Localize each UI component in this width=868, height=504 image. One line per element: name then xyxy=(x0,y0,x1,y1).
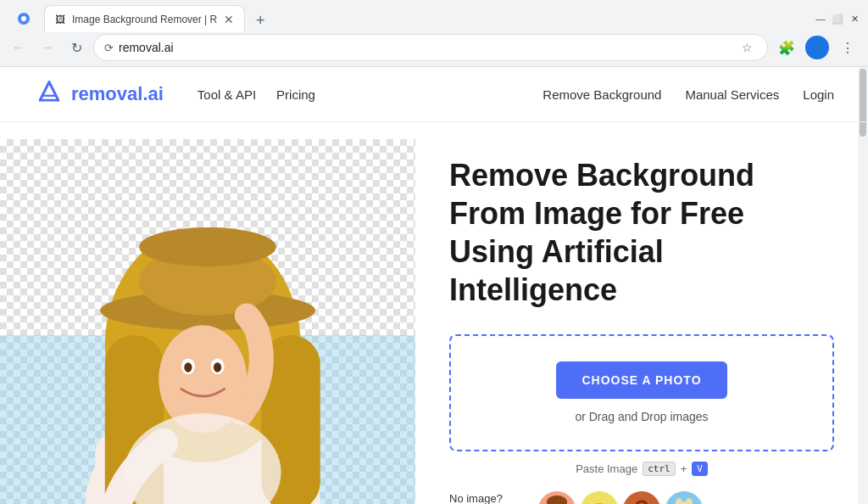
nav-link-pricing[interactable]: Pricing xyxy=(276,87,315,102)
minimize-button[interactable]: — xyxy=(814,12,827,25)
logo-icon xyxy=(34,79,64,109)
upload-dropzone[interactable]: CHOOSE A PHOTO or Drag and Drop images xyxy=(449,334,834,451)
close-window-button[interactable]: ✕ xyxy=(848,12,861,25)
nav-login-button[interactable]: Login xyxy=(803,87,834,102)
sample-images-row: No image? Try one of these xyxy=(449,491,834,504)
profile-icon: 👤 xyxy=(810,41,825,54)
drag-drop-text: or Drag and Drop images xyxy=(575,410,708,423)
browser-window: 🖼 Image Background Remover | R ✕ + — ⬜ ✕ xyxy=(0,0,868,504)
svg-rect-23 xyxy=(581,491,618,504)
forward-button[interactable]: → xyxy=(36,36,59,59)
back-button[interactable]: ← xyxy=(7,36,31,59)
extensions-button[interactable]: 🧩 xyxy=(773,34,800,61)
svg-point-1 xyxy=(21,16,26,21)
no-image-label: No image? xyxy=(449,491,528,504)
nav-link-tool-api[interactable]: Tool & API xyxy=(198,87,256,102)
tab-favicon: 🖼 xyxy=(55,14,65,25)
hero-content: Remove Background From Image for Free Us… xyxy=(415,139,834,504)
sample-thumb-hat[interactable] xyxy=(581,491,618,504)
active-tab[interactable]: 🖼 Image Background Remover | R ✕ xyxy=(44,5,245,32)
menu-icon: ⋮ xyxy=(841,40,854,56)
new-tab-button[interactable]: + xyxy=(248,8,272,32)
site-navigation: removal.ai Tool & API Pricing Remove Bac… xyxy=(0,67,868,122)
window-action-buttons: — ⬜ ✕ xyxy=(814,12,861,25)
profile-button[interactable]: 👤 xyxy=(805,36,829,59)
security-icon: ⟳ xyxy=(104,42,114,54)
paste-label: Paste Image xyxy=(576,462,637,475)
logo-text: removal.ai xyxy=(71,83,164,105)
svg-point-17 xyxy=(214,362,221,372)
ctrl-key: ctrl xyxy=(643,462,676,476)
paste-row: Paste Image ctrl + V xyxy=(449,462,834,476)
svg-point-12 xyxy=(139,227,276,266)
tab-close-button[interactable]: ✕ xyxy=(224,13,234,26)
sample-thumb-person[interactable] xyxy=(538,491,576,504)
sample-thumbnails xyxy=(538,491,703,504)
sample-thumb-animal[interactable] xyxy=(665,491,703,504)
plus-icon: + xyxy=(681,462,687,475)
svg-point-16 xyxy=(184,362,192,372)
menu-button[interactable]: ⋮ xyxy=(834,34,861,61)
v-key: V xyxy=(692,462,708,476)
logo[interactable]: removal.ai xyxy=(34,79,164,109)
nav-left-links: Tool & API Pricing xyxy=(198,87,315,102)
reload-button[interactable]: ↻ xyxy=(64,36,88,59)
tab-title: Image Background Remover | R xyxy=(72,14,217,25)
bookmark-star-icon[interactable]: ☆ xyxy=(737,37,757,58)
person-figure xyxy=(0,139,415,504)
maximize-button[interactable]: ⬜ xyxy=(831,12,844,25)
scrollbar-track[interactable] xyxy=(858,67,868,504)
website-content: removal.ai Tool & API Pricing Remove Bac… xyxy=(0,67,868,504)
hero-title: Remove Background From Image for Free Us… xyxy=(449,156,834,309)
nav-link-remove-bg[interactable]: Remove Background xyxy=(542,87,661,102)
nav-right-links: Remove Background Manual Services Login xyxy=(542,87,834,102)
extensions-icon: 🧩 xyxy=(778,40,795,56)
url-text: removal.ai xyxy=(119,41,732,54)
choose-photo-button[interactable]: CHOOSE A PHOTO xyxy=(556,361,726,399)
nav-link-manual-services[interactable]: Manual Services xyxy=(685,87,779,102)
window-controls xyxy=(7,12,31,25)
url-input[interactable]: ⟳ removal.ai ☆ xyxy=(93,34,768,61)
hero-section: Remove Background From Image for Free Us… xyxy=(0,122,868,504)
hero-image xyxy=(0,139,415,504)
sample-thumb-bag[interactable] xyxy=(623,491,660,504)
chrome-logo-icon xyxy=(17,12,31,25)
address-bar: ← → ↻ ⟳ removal.ai ☆ 🧩 👤 ⋮ xyxy=(0,31,868,66)
